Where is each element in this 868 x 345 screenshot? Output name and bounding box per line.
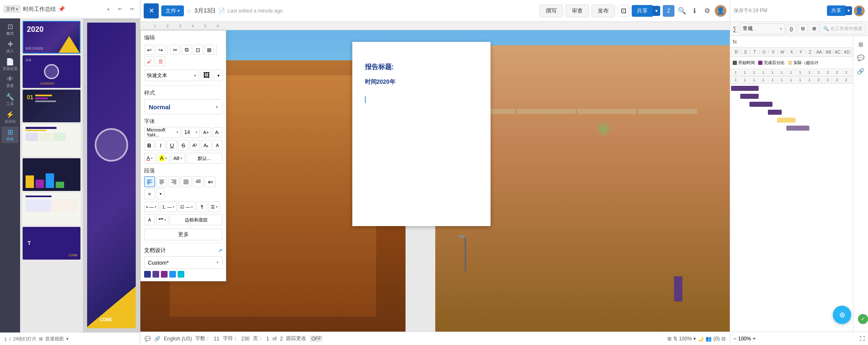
popup-font-color-btn[interactable]: A ▾ xyxy=(144,153,155,164)
ss-notify-btn[interactable]: ✓ xyxy=(858,314,868,324)
status-zoom-caret[interactable]: ▾ xyxy=(693,336,696,342)
popup-super-btn[interactable]: A² xyxy=(190,140,200,151)
slide-thumb-7[interactable]: 7 T COME xyxy=(23,227,80,260)
sidebar-pagesettings-btn[interactable]: 📄 页面设置 xyxy=(2,56,18,73)
popup-bullet-list-btn[interactable]: • —▾ xyxy=(144,201,159,212)
popup-style-dropdown[interactable]: Normal ▾ xyxy=(144,99,222,114)
ppt-redo-btn[interactable]: ↪ xyxy=(127,4,137,14)
popup-size-decrease-btn[interactable]: A- xyxy=(212,127,222,137)
status-zoom-in[interactable]: 🌙 xyxy=(698,336,704,342)
design-color-5[interactable] xyxy=(178,271,184,278)
status-track-value[interactable]: OFF xyxy=(310,335,323,342)
popup-indent-decrease-btn[interactable]: ⇐ xyxy=(205,176,216,187)
writer-screen-icon[interactable]: ⊡ xyxy=(617,5,629,17)
popup-paste2-btn[interactable]: ⊠ xyxy=(204,45,214,55)
popup-outline-btn[interactable]: ¶ xyxy=(196,201,207,212)
popup-clear-btn[interactable]: 🗑 xyxy=(155,56,165,66)
popup-doc-design-link[interactable]: ↗ xyxy=(218,247,222,254)
popup-color-a-btn[interactable]: A xyxy=(212,140,222,151)
ss-comment-icon[interactable]: 💬 xyxy=(855,52,867,64)
popup-paste-btn[interactable]: ⊡ xyxy=(193,45,203,55)
popup-size-increase-btn[interactable]: A+ xyxy=(201,127,211,137)
popup-cut-btn[interactable]: ✂ xyxy=(170,45,180,55)
ss-style-dropdown[interactable]: 常规 ▾ xyxy=(740,23,785,34)
slide-thumb-6[interactable]: 6 xyxy=(23,193,80,225)
popup-para-caret[interactable]: ▾ xyxy=(156,188,165,199)
writer-user-icon[interactable]: Z xyxy=(663,5,674,17)
writer-search-icon[interactable]: 🔍 xyxy=(677,6,687,16)
sidebar-insert-btn[interactable]: ✚ 插入 xyxy=(2,39,18,55)
popup-design-dropdown[interactable]: Custom* ▾ xyxy=(144,256,222,269)
popup-align-left-btn[interactable] xyxy=(144,176,155,187)
popup-quick-text-btn[interactable]: 快速文本 ▾ xyxy=(144,70,199,81)
popup-sub-btn[interactable]: A₂ xyxy=(201,140,211,151)
popup-align-center-btn[interactable] xyxy=(156,176,167,187)
ss-expand2-icon[interactable]: ⊞ xyxy=(855,39,867,50)
popup-font-select[interactable]: Microsoft YaH... ▾ xyxy=(144,127,181,138)
ppt-file-menu[interactable]: 文件 ▾ xyxy=(3,5,21,13)
status-view-icon[interactable]: ⊟ xyxy=(721,336,726,342)
popup-default-btn[interactable]: 默认... xyxy=(186,153,222,164)
popup-char-spacing-btn[interactable]: AB ▾ xyxy=(171,153,185,164)
writer-write-btn[interactable]: 撰写 xyxy=(540,5,563,17)
writer-star-icon[interactable]: ☆ xyxy=(186,8,192,14)
status-comment-icon[interactable]: 💬 xyxy=(145,336,151,342)
popup-align-justify-btn[interactable] xyxy=(181,176,191,187)
ss-zoom-out[interactable]: − xyxy=(734,336,736,342)
design-color-4[interactable] xyxy=(169,271,176,278)
slide-thumb-5[interactable]: 5 xyxy=(23,158,80,191)
ss-share-btn[interactable]: 共享 xyxy=(827,5,845,16)
popup-align-right-btn[interactable] xyxy=(168,176,179,187)
sidebar-view-btn[interactable]: 👁 查看 xyxy=(2,74,18,90)
ss-share-caret[interactable]: ▾ xyxy=(845,6,852,15)
slide-thumb-1[interactable]: 1 2020 时尚工作总结 xyxy=(23,21,80,54)
popup-color-row-btn[interactable]: A xyxy=(144,214,155,225)
sidebar-tools-btn[interactable]: 🔧 工具 xyxy=(2,91,18,108)
status-scroll-icon[interactable]: ⇅ xyxy=(673,336,677,342)
popup-image-btn[interactable]: 🖼 xyxy=(201,70,212,81)
slide-thumb-3[interactable]: 3 01 xyxy=(23,90,80,122)
ss-expand-view[interactable]: ⛶ xyxy=(860,336,865,342)
ppt-undo-btn[interactable]: ↩ xyxy=(115,4,125,14)
writer-share-caret-btn[interactable]: ▾ xyxy=(653,6,660,16)
sidebar-table-btn[interactable]: ⊞ 表格 xyxy=(2,126,18,143)
writer-file-menu[interactable]: 文件 ▾ xyxy=(161,5,184,16)
popup-undo-btn[interactable]: ↩ xyxy=(144,45,154,55)
ss-zoom-in-btn[interactable]: + xyxy=(753,336,756,342)
status-users[interactable]: 👥 xyxy=(705,336,712,342)
writer-info-icon[interactable]: ℹ xyxy=(690,6,700,16)
design-color-1[interactable] xyxy=(144,271,151,278)
popup-quote-btn[interactable]: ❝❞▾ xyxy=(156,214,168,225)
popup-brush-btn[interactable]: 🖌 xyxy=(144,56,154,66)
status-link-icon[interactable]: 🔗 xyxy=(154,336,160,342)
design-color-3[interactable] xyxy=(161,271,168,278)
writer-settings-icon[interactable]: ⚙ xyxy=(702,6,712,16)
writer-avatar[interactable]: 👤 xyxy=(715,5,726,17)
popup-font-size[interactable]: 14 ▾ xyxy=(182,127,200,138)
popup-strikethrough-btn[interactable]: S xyxy=(178,140,188,151)
writer-review-btn[interactable]: 审查 xyxy=(566,5,589,17)
popup-line-spacing-btn[interactable]: ≡ xyxy=(144,188,155,199)
ss-search-input[interactable]: 🔍 在工作表中搜索 xyxy=(820,23,865,34)
popup-bold-btn[interactable]: B xyxy=(144,140,154,151)
ss-format-btn[interactable]: ⊟ xyxy=(798,24,808,34)
popup-underline-btn[interactable]: U xyxy=(167,140,177,151)
popup-indent-increase-btn[interactable] xyxy=(193,176,204,187)
ss-expand-btn[interactable]: ⊞ xyxy=(809,24,819,34)
writer-share-btn[interactable]: 共享 xyxy=(632,5,653,17)
popup-highlight-btn[interactable]: A ▾ xyxy=(157,153,170,164)
sidebar-automate-btn[interactable]: ⚡ 自动化 xyxy=(2,109,18,126)
popup-italic-btn[interactable]: I xyxy=(155,140,165,151)
popup-image-caret[interactable]: ▾ xyxy=(214,70,222,81)
design-color-2[interactable] xyxy=(152,271,159,278)
slide-thumb-4[interactable]: 4 xyxy=(23,124,80,157)
ss-fab-btn[interactable]: ⊕ xyxy=(833,306,851,324)
writer-close-btn[interactable]: ✕ xyxy=(144,3,159,18)
popup-list-style-btn[interactable]: ☰▾ xyxy=(209,201,220,212)
popup-more-btn[interactable]: 更多 xyxy=(144,229,222,240)
popup-redo-btn[interactable]: ↪ xyxy=(155,45,165,55)
ss-fx-btn[interactable]: {} xyxy=(786,24,796,34)
ppt-add-slide-btn[interactable]: ＋ xyxy=(103,4,113,14)
slide-thumb-2[interactable]: 2 目录 CONTENT xyxy=(23,55,80,88)
writer-publish-btn[interactable]: 发布 xyxy=(592,5,615,17)
